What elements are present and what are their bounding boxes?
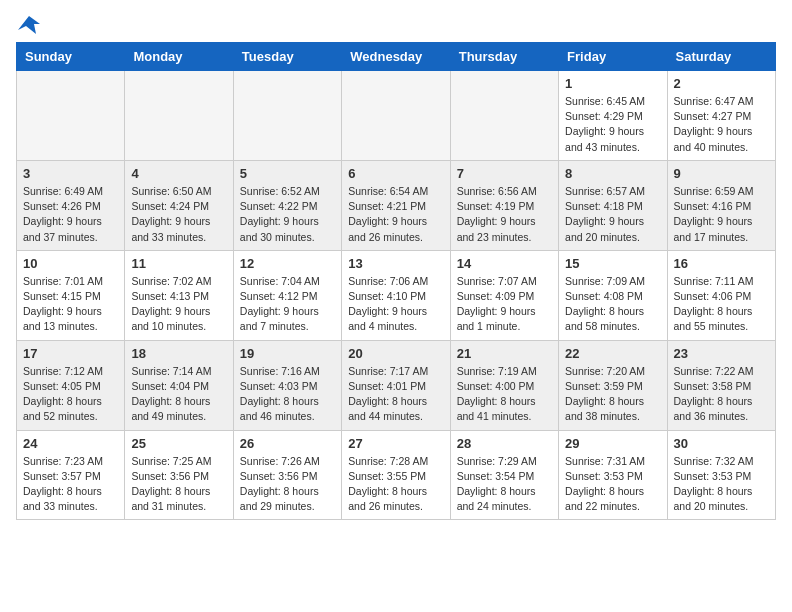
day-info: Sunrise: 7:32 AM Sunset: 3:53 PM Dayligh… [674,454,769,515]
day-info: Sunrise: 7:22 AM Sunset: 3:58 PM Dayligh… [674,364,769,425]
day-number: 3 [23,166,118,181]
calendar-table: SundayMondayTuesdayWednesdayThursdayFrid… [16,42,776,520]
day-number: 19 [240,346,335,361]
day-info: Sunrise: 6:52 AM Sunset: 4:22 PM Dayligh… [240,184,335,245]
day-info: Sunrise: 7:11 AM Sunset: 4:06 PM Dayligh… [674,274,769,335]
day-info: Sunrise: 7:17 AM Sunset: 4:01 PM Dayligh… [348,364,443,425]
calendar-day: 10Sunrise: 7:01 AM Sunset: 4:15 PM Dayli… [17,250,125,340]
day-number: 26 [240,436,335,451]
calendar-day: 22Sunrise: 7:20 AM Sunset: 3:59 PM Dayli… [559,340,667,430]
day-number: 27 [348,436,443,451]
day-number: 29 [565,436,660,451]
day-info: Sunrise: 6:56 AM Sunset: 4:19 PM Dayligh… [457,184,552,245]
day-number: 12 [240,256,335,271]
calendar-day: 9Sunrise: 6:59 AM Sunset: 4:16 PM Daylig… [667,160,775,250]
calendar-day: 4Sunrise: 6:50 AM Sunset: 4:24 PM Daylig… [125,160,233,250]
calendar-day: 21Sunrise: 7:19 AM Sunset: 4:00 PM Dayli… [450,340,558,430]
column-header-wednesday: Wednesday [342,43,450,71]
calendar-day: 28Sunrise: 7:29 AM Sunset: 3:54 PM Dayli… [450,430,558,520]
calendar-day: 11Sunrise: 7:02 AM Sunset: 4:13 PM Dayli… [125,250,233,340]
calendar-day: 29Sunrise: 7:31 AM Sunset: 3:53 PM Dayli… [559,430,667,520]
calendar-day [125,71,233,161]
calendar-day: 19Sunrise: 7:16 AM Sunset: 4:03 PM Dayli… [233,340,341,430]
day-number: 22 [565,346,660,361]
page-header [16,16,776,30]
calendar-day: 23Sunrise: 7:22 AM Sunset: 3:58 PM Dayli… [667,340,775,430]
calendar-day: 27Sunrise: 7:28 AM Sunset: 3:55 PM Dayli… [342,430,450,520]
day-number: 28 [457,436,552,451]
day-number: 4 [131,166,226,181]
day-number: 13 [348,256,443,271]
calendar-day: 8Sunrise: 6:57 AM Sunset: 4:18 PM Daylig… [559,160,667,250]
calendar-day: 5Sunrise: 6:52 AM Sunset: 4:22 PM Daylig… [233,160,341,250]
day-info: Sunrise: 7:06 AM Sunset: 4:10 PM Dayligh… [348,274,443,335]
column-header-monday: Monday [125,43,233,71]
day-info: Sunrise: 7:01 AM Sunset: 4:15 PM Dayligh… [23,274,118,335]
day-info: Sunrise: 7:28 AM Sunset: 3:55 PM Dayligh… [348,454,443,515]
calendar-day: 25Sunrise: 7:25 AM Sunset: 3:56 PM Dayli… [125,430,233,520]
day-info: Sunrise: 7:09 AM Sunset: 4:08 PM Dayligh… [565,274,660,335]
calendar-day: 24Sunrise: 7:23 AM Sunset: 3:57 PM Dayli… [17,430,125,520]
calendar-day [17,71,125,161]
day-info: Sunrise: 6:54 AM Sunset: 4:21 PM Dayligh… [348,184,443,245]
calendar-day: 14Sunrise: 7:07 AM Sunset: 4:09 PM Dayli… [450,250,558,340]
calendar-day: 20Sunrise: 7:17 AM Sunset: 4:01 PM Dayli… [342,340,450,430]
day-number: 24 [23,436,118,451]
day-number: 10 [23,256,118,271]
day-info: Sunrise: 6:57 AM Sunset: 4:18 PM Dayligh… [565,184,660,245]
calendar-week-1: 3Sunrise: 6:49 AM Sunset: 4:26 PM Daylig… [17,160,776,250]
calendar-week-4: 24Sunrise: 7:23 AM Sunset: 3:57 PM Dayli… [17,430,776,520]
calendar-day [450,71,558,161]
day-number: 17 [23,346,118,361]
day-number: 8 [565,166,660,181]
calendar-day: 7Sunrise: 6:56 AM Sunset: 4:19 PM Daylig… [450,160,558,250]
calendar-day: 12Sunrise: 7:04 AM Sunset: 4:12 PM Dayli… [233,250,341,340]
logo-bird-icon [18,16,40,34]
day-number: 1 [565,76,660,91]
day-number: 30 [674,436,769,451]
calendar-day: 6Sunrise: 6:54 AM Sunset: 4:21 PM Daylig… [342,160,450,250]
calendar-header-row: SundayMondayTuesdayWednesdayThursdayFrid… [17,43,776,71]
day-number: 15 [565,256,660,271]
day-info: Sunrise: 6:45 AM Sunset: 4:29 PM Dayligh… [565,94,660,155]
day-info: Sunrise: 7:29 AM Sunset: 3:54 PM Dayligh… [457,454,552,515]
calendar-day [233,71,341,161]
logo [16,16,40,30]
calendar-day: 1Sunrise: 6:45 AM Sunset: 4:29 PM Daylig… [559,71,667,161]
day-info: Sunrise: 7:12 AM Sunset: 4:05 PM Dayligh… [23,364,118,425]
column-header-saturday: Saturday [667,43,775,71]
day-info: Sunrise: 6:49 AM Sunset: 4:26 PM Dayligh… [23,184,118,245]
day-number: 20 [348,346,443,361]
day-info: Sunrise: 7:31 AM Sunset: 3:53 PM Dayligh… [565,454,660,515]
day-info: Sunrise: 7:20 AM Sunset: 3:59 PM Dayligh… [565,364,660,425]
column-header-thursday: Thursday [450,43,558,71]
day-number: 14 [457,256,552,271]
day-number: 5 [240,166,335,181]
day-info: Sunrise: 7:04 AM Sunset: 4:12 PM Dayligh… [240,274,335,335]
calendar-day [342,71,450,161]
day-info: Sunrise: 7:19 AM Sunset: 4:00 PM Dayligh… [457,364,552,425]
day-info: Sunrise: 6:50 AM Sunset: 4:24 PM Dayligh… [131,184,226,245]
day-info: Sunrise: 7:16 AM Sunset: 4:03 PM Dayligh… [240,364,335,425]
column-header-tuesday: Tuesday [233,43,341,71]
day-number: 23 [674,346,769,361]
svg-marker-0 [18,16,40,34]
day-info: Sunrise: 6:59 AM Sunset: 4:16 PM Dayligh… [674,184,769,245]
day-info: Sunrise: 7:26 AM Sunset: 3:56 PM Dayligh… [240,454,335,515]
day-number: 16 [674,256,769,271]
day-number: 11 [131,256,226,271]
calendar-day: 13Sunrise: 7:06 AM Sunset: 4:10 PM Dayli… [342,250,450,340]
day-info: Sunrise: 7:02 AM Sunset: 4:13 PM Dayligh… [131,274,226,335]
day-number: 18 [131,346,226,361]
day-number: 7 [457,166,552,181]
day-info: Sunrise: 7:07 AM Sunset: 4:09 PM Dayligh… [457,274,552,335]
calendar-week-0: 1Sunrise: 6:45 AM Sunset: 4:29 PM Daylig… [17,71,776,161]
calendar-day: 3Sunrise: 6:49 AM Sunset: 4:26 PM Daylig… [17,160,125,250]
day-number: 2 [674,76,769,91]
calendar-day: 18Sunrise: 7:14 AM Sunset: 4:04 PM Dayli… [125,340,233,430]
day-number: 21 [457,346,552,361]
day-info: Sunrise: 6:47 AM Sunset: 4:27 PM Dayligh… [674,94,769,155]
calendar-week-2: 10Sunrise: 7:01 AM Sunset: 4:15 PM Dayli… [17,250,776,340]
calendar-week-3: 17Sunrise: 7:12 AM Sunset: 4:05 PM Dayli… [17,340,776,430]
calendar-day: 26Sunrise: 7:26 AM Sunset: 3:56 PM Dayli… [233,430,341,520]
